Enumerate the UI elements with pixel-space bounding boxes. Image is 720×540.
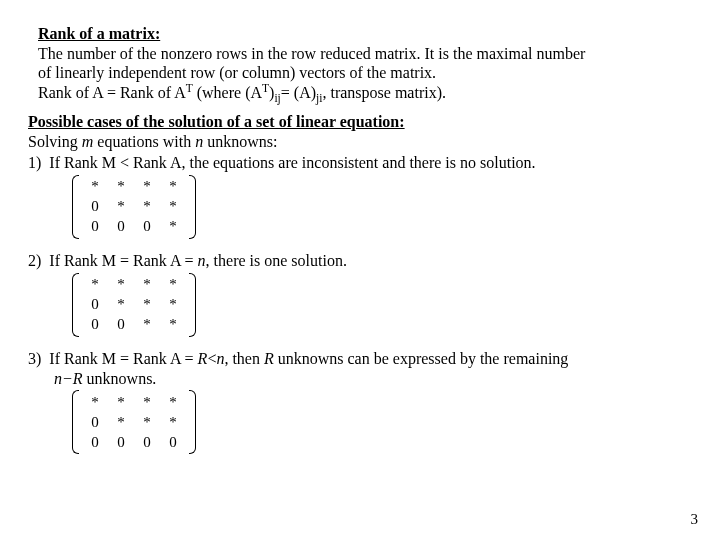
matrix-cell: * — [160, 197, 186, 217]
matrix-cell: * — [134, 177, 160, 197]
matrix-cell: * — [134, 412, 160, 432]
case-1: 1) If Rank M < Rank A, the equations are… — [28, 153, 692, 249]
solving-post: unknowns: — [203, 133, 277, 150]
case-2-n: n — [198, 252, 206, 269]
matrix-cell: 0 — [134, 432, 160, 452]
matrix-cell: 0 — [82, 315, 108, 335]
case-2-line: 2) If Rank M = Rank A = n, there is one … — [28, 251, 692, 271]
matrix-cell: 0 — [108, 217, 134, 237]
matrix-cell: * — [108, 197, 134, 217]
rank-tail: , transpose matrix). — [322, 84, 446, 101]
solving-mid: equations with — [93, 133, 195, 150]
case-2-pre: If Rank M = Rank A = — [49, 252, 197, 269]
rank-where-open: (where (A — [193, 84, 262, 101]
matrix-cell: * — [82, 275, 108, 295]
case-1-line: 1) If Rank M < Rank A, the equations are… — [28, 153, 692, 173]
matrix-cell: 0 — [134, 217, 160, 237]
case-3-num: 3) — [28, 350, 41, 367]
matrix-cell: * — [160, 217, 186, 237]
case-3-R3: R — [73, 370, 83, 387]
case-2: 2) If Rank M = Rank A = n, there is one … — [28, 251, 692, 347]
matrix-cell: 0 — [108, 432, 134, 452]
matrix-cell: 0 — [108, 315, 134, 335]
case-3-mid2: unknowns can be expressed by the remaini… — [274, 350, 569, 367]
matrix-cell: * — [108, 295, 134, 315]
case-2-num: 2) — [28, 252, 41, 269]
solving-pre: Solving — [28, 133, 82, 150]
matrix-cell: * — [134, 275, 160, 295]
solving-n: n — [195, 133, 203, 150]
matrix-cell: * — [134, 197, 160, 217]
matrix-cell: * — [108, 275, 134, 295]
matrix-cell: 0 — [82, 432, 108, 452]
matrix-cell: * — [134, 295, 160, 315]
case-1-text: If Rank M < Rank A, the equations are in… — [49, 154, 535, 171]
matrix-cell: 0 — [82, 412, 108, 432]
case-3-pre: If Rank M = Rank A = — [49, 350, 197, 367]
case-3-line1: 3) If Rank M = Rank A = R<n, then R unkn… — [28, 349, 692, 369]
rank-def-line1a: The number of the nonzero rows in the ro… — [38, 44, 692, 64]
case-3-n2: n — [54, 370, 62, 387]
case-3-line2: n−R unknowns. — [54, 369, 692, 389]
rank-T-1: T — [186, 81, 193, 93]
case-3-R1: R — [198, 350, 208, 367]
cases-heading: Possible cases of the solution of a set … — [28, 113, 405, 130]
matrix-cell: * — [160, 315, 186, 335]
matrix-cell: * — [108, 412, 134, 432]
rank-section: Rank of a matrix: The number of the nonz… — [38, 24, 692, 102]
matrix-cell: * — [108, 177, 134, 197]
matrix-cell: * — [160, 412, 186, 432]
matrix-cell: * — [160, 295, 186, 315]
rank-line2-pre: Rank of A = Rank of A — [38, 84, 186, 101]
matrix-1: ****0***000* — [72, 175, 196, 239]
matrix-cell: 0 — [82, 197, 108, 217]
cases-section: Possible cases of the solution of a set … — [28, 112, 692, 465]
page-number: 3 — [691, 511, 699, 528]
slide-page: Rank of a matrix: The number of the nonz… — [0, 0, 720, 540]
case-3-minus: − — [62, 370, 73, 387]
matrix-cell: * — [134, 392, 160, 412]
matrix-cell: * — [160, 392, 186, 412]
rank-heading: Rank of a matrix: — [38, 25, 160, 42]
matrix-cell: * — [82, 177, 108, 197]
matrix-cell: * — [160, 177, 186, 197]
matrix-cell: * — [108, 392, 134, 412]
rank-eq: = (A) — [281, 84, 316, 101]
case-3: 3) If Rank M = Rank A = R<n, then R unkn… — [28, 349, 692, 465]
solving-line: Solving m equations with n unknowns: — [28, 132, 692, 152]
rank-transpose-line: Rank of A = Rank of AT (where (AT)ij= (A… — [38, 83, 692, 103]
matrix-cell: * — [134, 315, 160, 335]
matrix-cell: 0 — [82, 217, 108, 237]
matrix-3: ****0***0000 — [72, 390, 196, 454]
matrix-cell: * — [82, 392, 108, 412]
matrix-cell: 0 — [82, 295, 108, 315]
case-3-R2: R — [264, 350, 274, 367]
matrix-cell: * — [160, 275, 186, 295]
case-3-mid: , then — [224, 350, 264, 367]
case-3-post: unknowns. — [83, 370, 157, 387]
solving-m: m — [82, 133, 94, 150]
matrix-2: ****0***00** — [72, 273, 196, 337]
case-1-num: 1) — [28, 154, 41, 171]
matrix-cell: 0 — [160, 432, 186, 452]
case-2-post: , there is one solution. — [206, 252, 347, 269]
rank-def-line1b: of linearly independent row (or column) … — [38, 63, 692, 83]
